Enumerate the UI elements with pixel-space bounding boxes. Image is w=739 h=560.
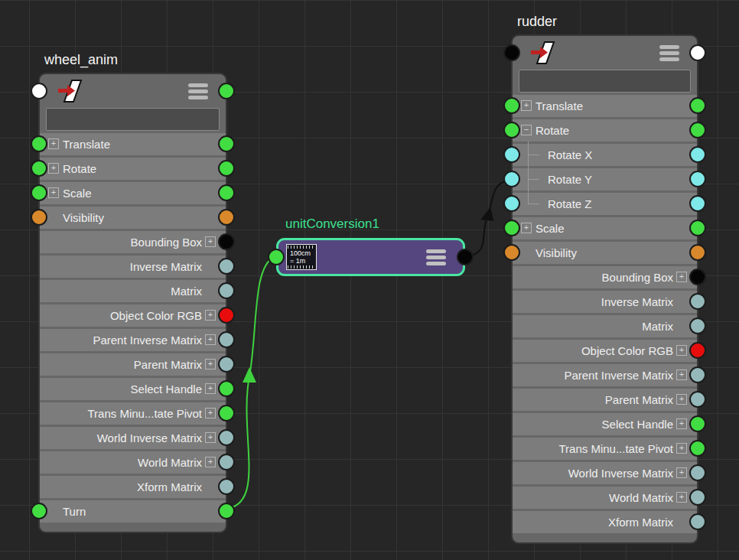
expand-plus-icon[interactable]: +: [205, 408, 216, 418]
output-port[interactable]: [689, 415, 706, 432]
output-port[interactable]: [218, 331, 235, 348]
output-port[interactable]: [218, 356, 235, 373]
output-port[interactable]: [218, 454, 235, 470]
output-port[interactable]: [689, 146, 706, 163]
node-editor-canvas[interactable]: wheel_anim + Translate + R: [0, 0, 739, 560]
output-port[interactable]: [218, 160, 235, 177]
output-port[interactable]: [689, 293, 706, 310]
output-port[interactable]: [689, 366, 706, 383]
input-port[interactable]: [503, 220, 520, 236]
expand-plus-icon[interactable]: +: [521, 223, 532, 233]
output-port[interactable]: [218, 282, 235, 299]
output-port[interactable]: [218, 503, 235, 519]
expand-plus-icon[interactable]: +: [676, 418, 687, 429]
node-menu-icon[interactable]: [659, 45, 679, 61]
node-rudder[interactable]: rudder + Translate − Rotat: [511, 34, 698, 544]
node-title: wheel_anim: [44, 52, 118, 68]
output-port[interactable]: [218, 405, 235, 422]
output-port[interactable]: [689, 317, 706, 334]
rename-field[interactable]: [519, 70, 691, 93]
attr-row-scale: + Scale: [40, 182, 226, 204]
attr-row-rotate-z: Rotate Z: [513, 193, 697, 215]
expand-plus-icon[interactable]: +: [676, 443, 687, 454]
node-wheel-anim[interactable]: wheel_anim + Translate + R: [38, 73, 227, 533]
output-port[interactable]: [218, 135, 235, 152]
output-port[interactable]: [689, 342, 706, 359]
attr-row-matrix: Matrix: [40, 280, 226, 302]
expand-plus-icon[interactable]: +: [205, 334, 216, 345]
expand-plus-icon[interactable]: +: [205, 359, 216, 370]
output-port[interactable]: [689, 391, 706, 408]
attr-row-trans-minus-rotate-pivot: Trans Minu...tate Pivot +: [513, 438, 697, 460]
input-port[interactable]: [268, 249, 285, 265]
input-port[interactable]: [31, 209, 47, 226]
output-port[interactable]: [689, 464, 706, 481]
input-port[interactable]: [31, 160, 47, 177]
output-port[interactable]: [689, 513, 706, 530]
expand-plus-icon[interactable]: +: [48, 138, 59, 149]
header-input-port[interactable]: [503, 44, 520, 61]
output-port[interactable]: [689, 269, 706, 285]
header-output-port[interactable]: [689, 44, 706, 61]
expand-plus-icon[interactable]: +: [205, 383, 216, 394]
output-port[interactable]: [218, 478, 235, 495]
output-port[interactable]: [689, 97, 706, 114]
output-port[interactable]: [218, 233, 235, 250]
node-menu-icon[interactable]: [188, 83, 208, 99]
expand-plus-icon[interactable]: +: [676, 272, 687, 282]
input-port[interactable]: [503, 97, 520, 114]
expand-plus-icon[interactable]: +: [205, 310, 216, 321]
input-port[interactable]: [31, 503, 47, 519]
tree-branch-line: [522, 168, 542, 190]
input-port[interactable]: [503, 146, 520, 163]
output-port[interactable]: [218, 380, 235, 397]
expand-plus-icon[interactable]: +: [676, 345, 687, 356]
attr-label: Select Handle: [602, 418, 673, 431]
output-port[interactable]: [457, 249, 474, 265]
output-port[interactable]: [218, 184, 235, 201]
expand-plus-icon[interactable]: +: [48, 163, 59, 174]
expand-plus-icon[interactable]: +: [205, 236, 216, 247]
input-port[interactable]: [31, 135, 47, 152]
attr-label: Rotate: [63, 162, 96, 175]
header-input-port[interactable]: [31, 83, 47, 99]
output-port[interactable]: [218, 209, 235, 226]
input-port[interactable]: [31, 184, 47, 201]
wire-unitconversion-to-rotatey[interactable]: [465, 181, 510, 257]
output-port[interactable]: [689, 122, 706, 138]
wire-turn-to-unitconversion[interactable]: [227, 257, 274, 509]
input-port[interactable]: [503, 171, 520, 187]
input-port[interactable]: [503, 244, 520, 261]
tree-branch-line: [522, 144, 542, 166]
wire-arrow-icon: [480, 206, 496, 223]
expand-plus-icon[interactable]: +: [676, 370, 687, 380]
output-port[interactable]: [689, 440, 706, 457]
attr-label: Inverse Matrix: [130, 260, 202, 273]
output-port[interactable]: [689, 220, 706, 236]
expand-plus-icon[interactable]: +: [676, 467, 687, 478]
output-port[interactable]: [689, 195, 706, 212]
expand-plus-icon[interactable]: +: [676, 394, 687, 405]
attr-label: World Matrix: [609, 491, 673, 504]
output-port[interactable]: [218, 429, 235, 446]
collapse-minus-icon[interactable]: −: [521, 125, 532, 135]
header-output-port[interactable]: [218, 83, 235, 99]
output-port[interactable]: [218, 258, 235, 275]
output-port[interactable]: [218, 307, 235, 324]
output-port[interactable]: [689, 171, 706, 187]
input-port[interactable]: [503, 122, 520, 138]
node-unitconversion1[interactable]: unitConversion1 100cm = 1m: [276, 238, 465, 276]
output-port[interactable]: [689, 489, 706, 506]
expand-plus-icon[interactable]: +: [676, 492, 687, 503]
expand-plus-icon[interactable]: +: [205, 432, 216, 443]
attr-row-rotate-x: Rotate X: [513, 144, 697, 166]
input-port[interactable]: [503, 195, 520, 212]
node-header[interactable]: [40, 74, 226, 108]
rename-field[interactable]: [46, 108, 220, 131]
node-menu-icon[interactable]: [426, 249, 446, 265]
node-header[interactable]: [513, 36, 697, 70]
expand-plus-icon[interactable]: +: [48, 187, 59, 198]
expand-plus-icon[interactable]: +: [205, 457, 216, 467]
expand-plus-icon[interactable]: +: [521, 100, 532, 111]
output-port[interactable]: [689, 244, 706, 261]
